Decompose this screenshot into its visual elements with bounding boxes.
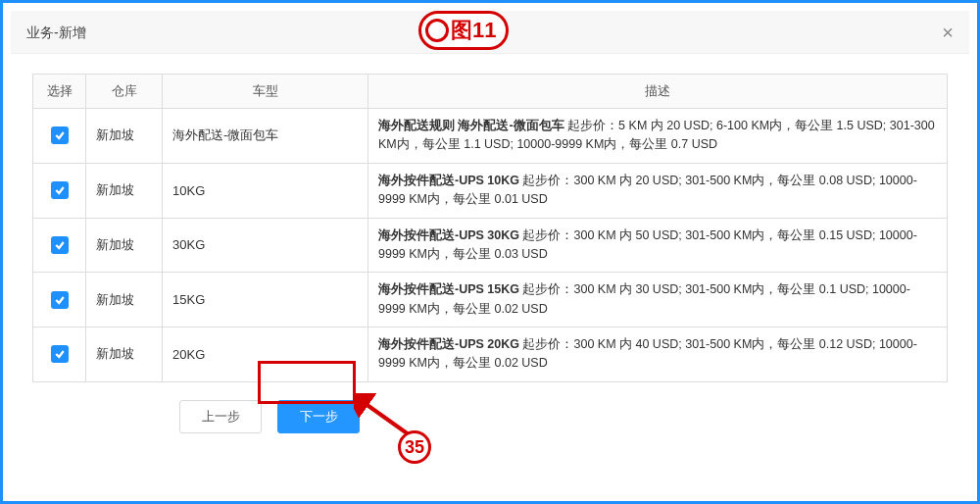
cell-select [33, 328, 86, 382]
annotation-step-badge: 35 [398, 430, 431, 464]
vehicle-table: 选择 仓库 车型 描述 新加坡海外配送-微面包车海外配送规则 海外配送-微面包车… [32, 74, 948, 382]
cell-vehicle: 海外配送-微面包车 [163, 109, 368, 164]
cell-vehicle: 20KG [163, 328, 368, 382]
cell-desc: 海外按件配送-UPS 20KG 起步价：300 KM 内 40 USD; 301… [368, 328, 948, 382]
table-row: 新加坡10KG海外按件配送-UPS 10KG 起步价：300 KM 内 20 U… [33, 163, 948, 218]
cell-warehouse: 新加坡 [86, 218, 163, 273]
row-checkbox[interactable] [51, 345, 69, 363]
cell-desc-strong: 海外按件配送-UPS 15KG [378, 282, 519, 296]
cell-desc-strong: 海外按件配送-UPS 10KG [378, 174, 519, 187]
cell-desc-strong: 海外按件配送-UPS 30KG [378, 228, 519, 242]
row-checkbox[interactable] [51, 236, 69, 254]
th-select: 选择 [33, 75, 86, 109]
table-row: 新加坡15KG海外按件配送-UPS 15KG 起步价：300 KM 内 30 U… [33, 273, 948, 328]
cell-warehouse: 新加坡 [86, 328, 163, 382]
dialog-header: 业务-新增 × [11, 11, 969, 54]
cell-select [33, 163, 86, 218]
cell-vehicle: 15KG [163, 273, 368, 328]
cell-vehicle: 30KG [163, 218, 368, 273]
th-vehicle: 车型 [163, 75, 368, 109]
th-desc: 描述 [368, 75, 948, 109]
table-row: 新加坡海外配送-微面包车海外配送规则 海外配送-微面包车 起步价：5 KM 内 … [33, 109, 948, 164]
annotation-step-number: 35 [405, 437, 424, 458]
prev-button[interactable]: 上一步 [179, 400, 262, 433]
dialog: 业务-新增 × 选择 仓库 车型 描述 新加坡海外配送-微面包车海外配送规则 海… [11, 11, 969, 493]
row-checkbox[interactable] [51, 126, 69, 144]
table-header-row: 选择 仓库 车型 描述 [33, 75, 948, 109]
cell-warehouse: 新加坡 [86, 109, 163, 164]
cell-warehouse: 新加坡 [86, 163, 163, 218]
cell-desc: 海外配送规则 海外配送-微面包车 起步价：5 KM 内 20 USD; 6-10… [368, 109, 948, 164]
table-row: 新加坡30KG海外按件配送-UPS 30KG 起步价：300 KM 内 50 U… [33, 218, 948, 273]
cell-desc-strong: 海外按件配送-UPS 20KG [378, 337, 519, 351]
close-icon[interactable]: × [942, 11, 954, 54]
row-checkbox[interactable] [51, 291, 69, 309]
th-warehouse: 仓库 [86, 75, 163, 109]
cell-desc: 海外按件配送-UPS 15KG 起步价：300 KM 内 30 USD; 301… [368, 273, 948, 328]
cell-warehouse: 新加坡 [86, 273, 163, 328]
cell-desc: 海外按件配送-UPS 30KG 起步价：300 KM 内 50 USD; 301… [368, 218, 948, 273]
wizard-buttons: 上一步 下一步 [32, 400, 948, 433]
cell-select [33, 218, 86, 273]
dialog-title: 业务-新增 [26, 11, 86, 54]
row-checkbox[interactable] [51, 181, 69, 199]
cell-select [33, 273, 86, 328]
cell-desc-strong: 海外配送规则 海外配送-微面包车 [378, 119, 564, 132]
cell-vehicle: 10KG [163, 163, 368, 218]
cell-select [33, 109, 86, 164]
table-row: 新加坡20KG海外按件配送-UPS 20KG 起步价：300 KM 内 40 U… [33, 328, 948, 382]
cell-desc: 海外按件配送-UPS 10KG 起步价：300 KM 内 20 USD; 301… [368, 163, 948, 218]
next-button[interactable]: 下一步 [277, 400, 360, 433]
